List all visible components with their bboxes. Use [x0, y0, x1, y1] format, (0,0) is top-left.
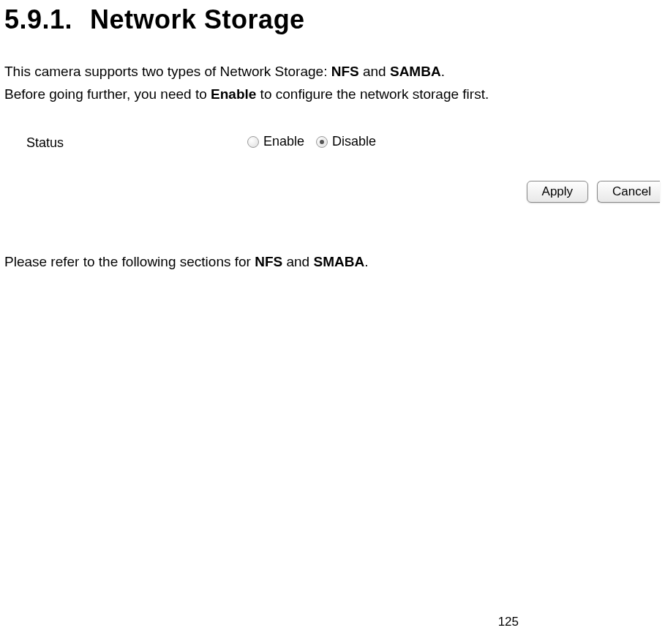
page-number: 125 [498, 615, 519, 629]
heading-number: 5.9.1. [4, 4, 72, 35]
radio-disable[interactable] [316, 136, 328, 148]
heading-title: Network Storage [90, 4, 305, 34]
refer-paragraph: Please refer to the following sections f… [0, 217, 665, 270]
radio-enable-label: Enable [263, 134, 304, 149]
radio-enable[interactable] [247, 136, 259, 148]
intro-line-1: This camera supports two types of Networ… [4, 61, 665, 83]
button-row: Apply Cancel [527, 181, 660, 203]
intro-paragraph: This camera supports two types of Networ… [0, 35, 665, 105]
status-label: Status [26, 135, 64, 151]
section-heading: 5.9.1.Network Storage [0, 0, 665, 35]
status-radio-group: Enable Disable [247, 134, 385, 149]
apply-button[interactable]: Apply [527, 181, 589, 203]
intro-line-2: Before going further, you need to Enable… [4, 84, 665, 105]
cancel-button[interactable]: Cancel [597, 181, 660, 203]
status-panel: Status Enable Disable Apply Cancel [16, 130, 660, 217]
radio-disable-label: Disable [332, 134, 376, 149]
